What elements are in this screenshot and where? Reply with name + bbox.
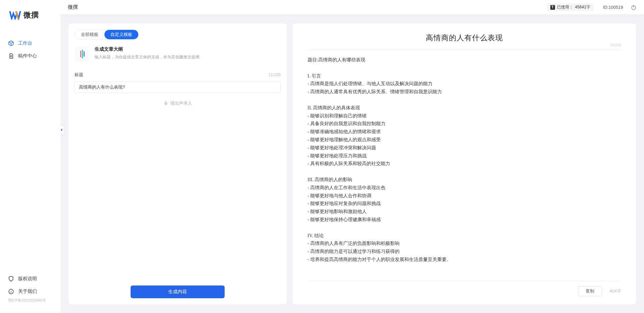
output-footer: 复制 404字 <box>308 281 621 296</box>
nav-drafts[interactable]: 稿件中心 <box>0 50 60 62</box>
tab-all-templates[interactable]: 全部模板 <box>75 30 104 39</box>
logo-mark-icon <box>9 10 21 20</box>
info-icon <box>8 289 14 295</box>
template-card: 生成文章大纲 输入标题，为你提供文章主体的灵感，并为其创建推文提纲 <box>68 40 287 65</box>
nav-label: 稿件中心 <box>18 53 37 59</box>
sidebar-collapse[interactable] <box>59 126 64 134</box>
output-panel: 高情商的人有什么表现 10/100 题目:高情商的人有哪些表现 I. 引言 - … <box>293 23 636 304</box>
template-desc: 输入标题，为你提供文章主体的灵感，并为其创建推文提纲 <box>95 54 281 60</box>
template-tabs: 全部模板 自定义模板 <box>75 30 139 40</box>
usage-badge: T 已使用： 45641字 <box>547 3 594 11</box>
voice-label: 请出声录入 <box>170 100 192 106</box>
nav-copyright[interactable]: 版权说明 <box>0 272 60 285</box>
copy-button[interactable]: 复制 <box>578 286 602 296</box>
main-area: 微撰 T 已使用： 45641字 ID:100519 全部模板 自定义模板 <box>60 0 644 313</box>
icp-text: 鄂ICP备2022016946号 <box>0 298 60 306</box>
content: 全部模板 自定义模板 生成文章大纲 输入标题，为你提供文章主体的灵感，并为其创建… <box>60 15 644 313</box>
nav-workspace[interactable]: 工作台 <box>0 37 60 50</box>
title-char-count: 11/100 <box>268 72 281 77</box>
voice-input[interactable]: 请出声录入 <box>68 100 287 106</box>
tab-custom-templates[interactable]: 自定义模板 <box>104 30 138 39</box>
nav-label: 版权说明 <box>18 276 37 282</box>
topbar: 微撰 T 已使用： 45641字 ID:100519 <box>60 0 644 15</box>
logo: 微撰 <box>0 10 60 37</box>
power-icon[interactable] <box>631 4 637 10</box>
bottom-nav: 版权说明 关于我们 鄂ICP备2022016946号 <box>0 272 60 313</box>
usage-value: 45641字 <box>575 4 590 10</box>
microphone-icon <box>164 101 168 106</box>
nav-label: 关于我们 <box>18 289 37 295</box>
main-nav: 工作台 稿件中心 <box>0 37 60 272</box>
output-title: 高情商的人有什么表现 <box>308 33 621 43</box>
nav-about[interactable]: 关于我们 <box>0 285 60 298</box>
text-icon: T <box>550 5 555 10</box>
nav-label: 工作台 <box>18 40 32 46</box>
user-id: ID:100519 <box>603 5 623 10</box>
input-panel: 全部模板 自定义模板 生成文章大纲 输入标题，为你提供文章主体的灵感，并为其创建… <box>68 23 287 304</box>
output-char-count: 404字 <box>609 288 621 294</box>
sidebar: 微撰 工作台 稿件中心 版权说明 关于我们 鄂ICP备2022016946号 <box>0 0 60 313</box>
divider <box>308 50 621 50</box>
template-icon <box>75 46 90 62</box>
page-title: 微撰 <box>68 4 78 10</box>
document-icon <box>8 53 14 59</box>
chevron-left-icon <box>60 128 63 132</box>
svg-rect-2 <box>165 102 167 104</box>
generate-button[interactable]: 生成内容 <box>131 285 225 298</box>
usage-label: 已使用： <box>557 4 573 10</box>
title-input[interactable] <box>75 81 281 93</box>
shield-icon <box>8 276 14 282</box>
title-label: 标题 <box>75 72 83 78</box>
output-title-count: 10/100 <box>610 43 621 47</box>
output-body: 题目:高情商的人有哪些表现 I. 引言 - 高情商是指人们处理情绪、与他人互动以… <box>308 56 621 264</box>
logo-text: 微撰 <box>24 10 39 20</box>
title-field: 标题 11/100 <box>68 65 287 93</box>
template-name: 生成文章大纲 <box>95 46 281 52</box>
cube-icon <box>8 40 14 46</box>
